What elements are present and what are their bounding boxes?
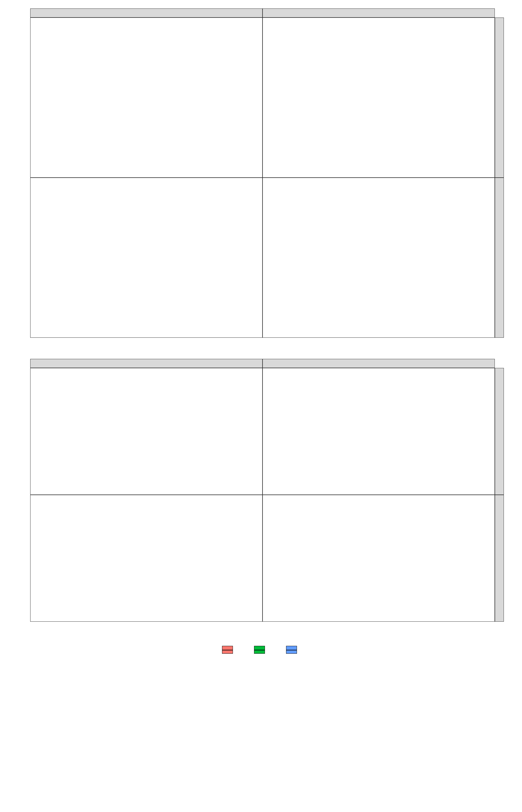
facet-grid-top: [30, 8, 504, 347]
legend-key-icon: [286, 646, 297, 654]
legend-item-network: [286, 646, 300, 654]
panel-summer-epi: [262, 18, 495, 178]
panel-b-spring-hypo: [30, 495, 262, 622]
row-strip-hypo-2: [495, 495, 504, 622]
panel-summer-hypo: [262, 178, 495, 338]
legend-item-bowron: [222, 646, 236, 654]
panel-b-spring-epi: [30, 368, 262, 495]
panel-spring-epi: [30, 18, 262, 178]
row-strip-epi-2: [495, 368, 504, 495]
col-strip-summer-2: [262, 359, 495, 368]
col-strip-spring-2: [30, 359, 262, 368]
legend-item-regional: [254, 646, 268, 654]
legend: [6, 646, 516, 654]
col-strip-spring: [30, 8, 262, 18]
comparison-chart: [6, 359, 516, 631]
panel-b-summer-epi: [262, 368, 495, 495]
legend-key-icon: [254, 646, 265, 654]
facet-grid-bottom: [30, 359, 504, 631]
thallium-total-chart: [6, 8, 516, 347]
panel-b-summer-hypo: [262, 495, 495, 622]
row-strip-hypo: [495, 178, 504, 338]
col-strip-summer: [262, 8, 495, 18]
legend-key-icon: [222, 646, 233, 654]
row-strip-epi: [495, 18, 504, 178]
panel-spring-hypo: [30, 178, 262, 338]
